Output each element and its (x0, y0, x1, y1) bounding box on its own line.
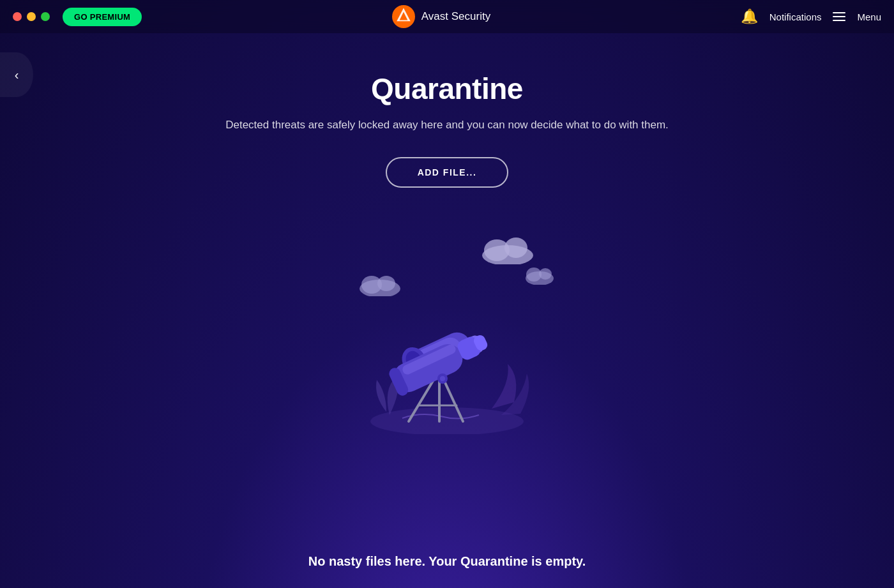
maximize-button[interactable] (41, 12, 50, 21)
svg-point-26 (440, 376, 445, 381)
close-button[interactable] (13, 12, 22, 21)
hamburger-menu-icon[interactable] (833, 12, 845, 21)
go-premium-button[interactable]: GO PREMIUM (63, 8, 142, 26)
menu-label[interactable]: Menu (857, 11, 881, 22)
page-title: Quarantine (371, 72, 523, 106)
svg-point-10 (370, 407, 524, 434)
window-controls (13, 12, 50, 21)
empty-state-text: No nasty files here. Your Quarantine is … (308, 554, 586, 569)
app-name-label: Avast Security (421, 10, 490, 23)
notifications-label[interactable]: Notifications (769, 11, 822, 22)
avast-logo-icon (392, 5, 415, 28)
titlebar-center: Avast Security (142, 5, 741, 28)
illustration (319, 220, 575, 437)
telescope-icon (338, 243, 556, 437)
add-file-button[interactable]: ADD FILE... (386, 157, 509, 188)
bell-icon[interactable]: 🔔 (741, 8, 758, 25)
main-content: Quarantine Detected threats are safely l… (0, 33, 894, 588)
app-window: GO PREMIUM Avast Security 🔔 Notification… (0, 0, 894, 588)
titlebar-right: 🔔 Notifications Menu (741, 8, 881, 25)
titlebar: GO PREMIUM Avast Security 🔔 Notification… (0, 0, 894, 33)
page-subtitle: Detected threats are safely locked away … (225, 119, 669, 132)
minimize-button[interactable] (27, 12, 36, 21)
